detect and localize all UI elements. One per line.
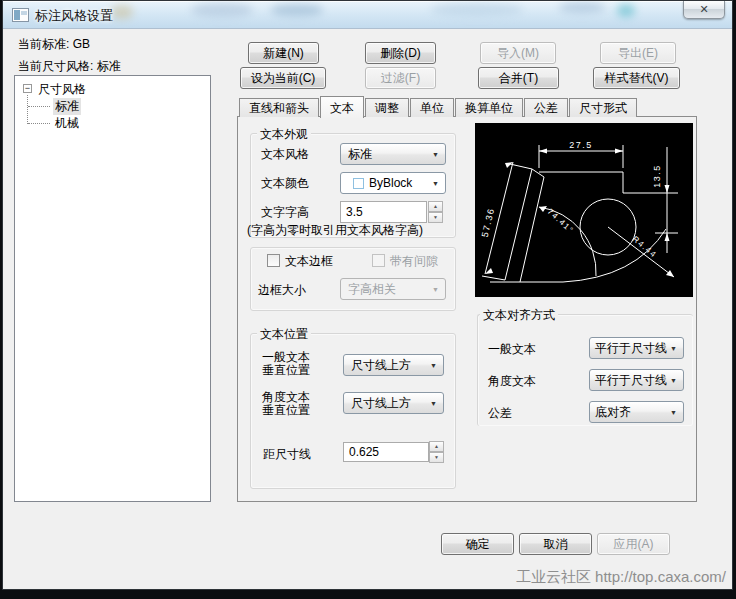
app-icon	[12, 8, 29, 22]
preview-dim-right: 13.5	[652, 164, 662, 188]
chevron-down-icon: ▼	[432, 151, 439, 158]
with-gap-checkbox-label: 带有间隙	[390, 254, 438, 268]
tree-connector	[28, 123, 50, 124]
with-gap-checkbox[interactable]	[372, 254, 385, 267]
chevron-down-icon: ▼	[670, 377, 677, 384]
settings-tab-control: 直线和箭头 文本 调整 单位 换算单位 公差 尺寸形式 文本外观 文本风格 标准…	[237, 95, 697, 502]
text-border-checkbox[interactable]	[267, 254, 280, 267]
tree-connector	[27, 95, 28, 124]
close-button[interactable]: ✕	[683, 1, 725, 19]
text-height-label: 文字字高	[261, 205, 309, 219]
window-title: 标注风格设置	[35, 7, 113, 25]
current-standard-label: 当前标准: GB	[18, 37, 90, 51]
align-angle-text-select[interactable]: 平行于尺寸线 ▼	[589, 369, 684, 391]
text-align-title: 文本对齐方式	[480, 307, 558, 324]
tree-connector	[28, 106, 50, 107]
text-style-select[interactable]: 标准 ▼	[340, 143, 446, 165]
glass-artifact	[271, 4, 323, 16]
offset-stepper: ▲ ▼	[429, 441, 444, 463]
tab-units[interactable]: 单位	[410, 98, 454, 117]
align-normal-text-value: 平行于尺寸线	[595, 341, 667, 355]
filter-button[interactable]: 过滤(F)	[365, 67, 436, 89]
text-border-checkbox-label: 文本边框	[285, 254, 333, 268]
export-button[interactable]: 导出(E)	[600, 42, 676, 64]
text-height-input[interactable]: 3.5	[340, 201, 427, 223]
text-color-select[interactable]: ByBlock ▼	[340, 172, 446, 194]
tree-root-dimension-styles[interactable]: 尺寸风格	[38, 81, 86, 98]
apply-button[interactable]: 应用(A)	[597, 533, 670, 555]
current-style-label: 当前尺寸风格: 标准	[18, 59, 121, 73]
text-color-label: 文本颜色	[261, 176, 309, 190]
angle-text-vpos-label-line2: 垂直位置	[262, 403, 310, 417]
offset-from-dimline-label: 距尺寸线	[263, 447, 311, 461]
style-tree[interactable]: − 尺寸风格 标准 机械	[14, 75, 211, 502]
dimension-preview-image: 27.5 13.5 57.36 74.41° R4.44	[475, 123, 693, 297]
border-size-value: 字高相关	[348, 282, 396, 296]
text-style-value: 标准	[348, 147, 372, 161]
text-color-value: ByBlock	[369, 176, 412, 190]
tab-strip: 直线和箭头 文本 调整 单位 换算单位 公差 尺寸形式	[239, 95, 638, 117]
chevron-down-icon: ▼	[670, 345, 677, 352]
glass-artifact	[431, 3, 523, 16]
text-position-title: 文本位置	[257, 326, 311, 343]
tab-dim-form[interactable]: 尺寸形式	[569, 98, 637, 117]
normal-text-vpos-value: 尺寸线上方	[351, 358, 411, 372]
angle-text-vpos-select[interactable]: 尺寸线上方 ▼	[343, 392, 444, 414]
merge-button[interactable]: 合并(T)	[478, 67, 559, 89]
spinner-down-icon[interactable]: ▼	[428, 212, 443, 223]
delete-button[interactable]: 删除(D)	[365, 42, 436, 64]
border-size-label: 边框大小	[258, 283, 306, 297]
align-tolerance-label: 公差	[488, 406, 512, 420]
height-hint-label: (字高为零时取引用文本风格字高)	[247, 223, 423, 237]
dialog-window: 标注风格设置 ✕ 当前标准: GB 当前尺寸风格: 标准 − 尺寸风格 标准 机…	[2, 0, 733, 590]
normal-text-vpos-label-line1: 一般文本	[262, 350, 310, 364]
title-bar: 标注风格设置 ✕	[3, 1, 732, 29]
normal-text-vpos-label-line2: 垂直位置	[262, 363, 310, 377]
tab-text[interactable]: 文本	[320, 96, 364, 118]
set-current-button[interactable]: 设为当前(C)	[240, 67, 326, 89]
tab-tolerance[interactable]: 公差	[524, 98, 568, 117]
align-normal-text-select[interactable]: 平行于尺寸线 ▼	[589, 337, 684, 359]
glass-artifact	[559, 2, 605, 13]
glass-artifact	[191, 3, 253, 17]
chevron-down-icon: ▼	[430, 400, 437, 407]
angle-text-vpos-value: 尺寸线上方	[351, 396, 411, 410]
align-angle-text-label: 角度文本	[488, 374, 536, 388]
tree-expander-icon[interactable]: −	[23, 84, 32, 93]
ok-button[interactable]: 确定	[441, 533, 514, 555]
spinner-up-icon[interactable]: ▲	[428, 201, 443, 212]
preview-dim-top: 27.5	[569, 140, 593, 150]
chevron-down-icon: ▼	[432, 286, 439, 293]
cancel-button[interactable]: 取消	[519, 533, 592, 555]
chevron-down-icon: ▼	[432, 180, 439, 187]
spinner-down-icon[interactable]: ▼	[429, 452, 444, 463]
glass-artifact	[617, 4, 635, 17]
spinner-up-icon[interactable]: ▲	[429, 441, 444, 452]
angle-text-vpos-label-line1: 角度文本	[262, 390, 310, 404]
offset-from-dimline-input[interactable]: 0.625	[343, 442, 429, 462]
style-override-button[interactable]: 样式替代(V)	[593, 67, 680, 89]
tab-lines-arrows[interactable]: 直线和箭头	[239, 98, 319, 117]
dialog-client: 当前标准: GB 当前尺寸风格: 标准 − 尺寸风格 标准 机械 新建(N) 删…	[3, 29, 732, 589]
align-normal-text-label: 一般文本	[488, 342, 536, 356]
tab-fit[interactable]: 调整	[365, 98, 409, 117]
chevron-down-icon: ▼	[430, 362, 437, 369]
tree-item-standard[interactable]: 标准	[53, 98, 81, 115]
text-height-stepper: ▲ ▼	[428, 201, 443, 223]
tab-alt-units[interactable]: 换算单位	[455, 98, 523, 117]
glass-artifact	[111, 5, 133, 19]
tree-item-mechanical[interactable]: 机械	[55, 115, 79, 132]
text-style-label: 文本风格	[261, 147, 309, 161]
import-button[interactable]: 导入(M)	[480, 42, 556, 64]
byblock-color-swatch	[353, 178, 364, 189]
watermark-text: 工业云社区 http://top.caxa.com/	[516, 568, 726, 587]
align-tolerance-value: 底对齐	[595, 405, 631, 419]
normal-text-vpos-select[interactable]: 尺寸线上方 ▼	[343, 354, 444, 376]
chevron-down-icon: ▼	[670, 409, 677, 416]
text-appearance-title: 文本外观	[257, 126, 311, 143]
align-tolerance-select[interactable]: 底对齐 ▼	[589, 401, 684, 423]
align-angle-text-value: 平行于尺寸线	[595, 373, 667, 387]
border-size-select[interactable]: 字高相关 ▼	[340, 278, 446, 300]
new-button[interactable]: 新建(N)	[248, 42, 319, 64]
